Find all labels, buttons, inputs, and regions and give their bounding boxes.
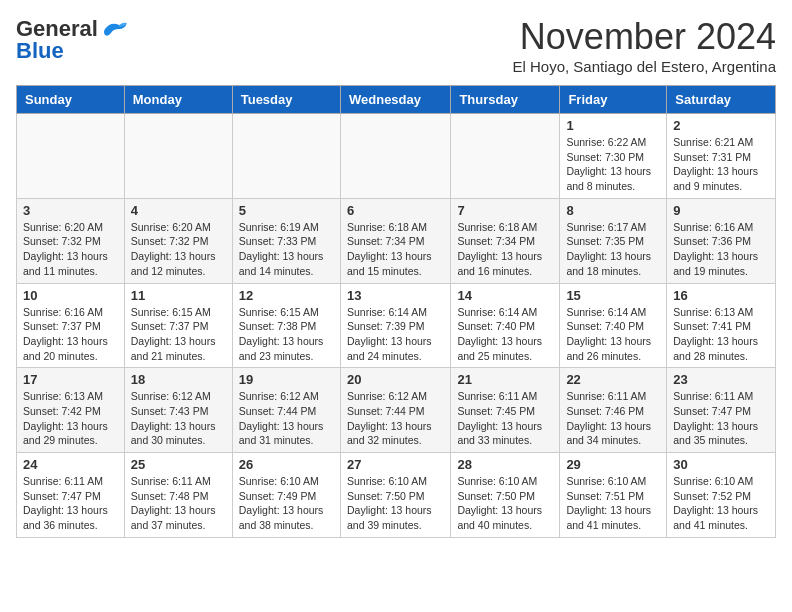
day-number: 30 [673, 457, 769, 472]
calendar-cell [124, 114, 232, 199]
day-number: 7 [457, 203, 553, 218]
day-number: 14 [457, 288, 553, 303]
calendar-cell [340, 114, 450, 199]
calendar-cell: 1Sunrise: 6:22 AM Sunset: 7:30 PM Daylig… [560, 114, 667, 199]
day-info: Sunrise: 6:14 AM Sunset: 7:40 PM Dayligh… [566, 305, 660, 364]
day-info: Sunrise: 6:11 AM Sunset: 7:47 PM Dayligh… [673, 389, 769, 448]
calendar-cell: 11Sunrise: 6:15 AM Sunset: 7:37 PM Dayli… [124, 283, 232, 368]
day-info: Sunrise: 6:20 AM Sunset: 7:32 PM Dayligh… [131, 220, 226, 279]
page-header: General Blue November 2024 El Hoyo, Sant… [16, 16, 776, 75]
calendar-cell: 16Sunrise: 6:13 AM Sunset: 7:41 PM Dayli… [667, 283, 776, 368]
calendar-cell [17, 114, 125, 199]
day-number: 15 [566, 288, 660, 303]
calendar-cell: 21Sunrise: 6:11 AM Sunset: 7:45 PM Dayli… [451, 368, 560, 453]
day-info: Sunrise: 6:15 AM Sunset: 7:37 PM Dayligh… [131, 305, 226, 364]
calendar-week-row: 3Sunrise: 6:20 AM Sunset: 7:32 PM Daylig… [17, 198, 776, 283]
month-title: November 2024 [513, 16, 777, 58]
weekday-header-sunday: Sunday [17, 86, 125, 114]
day-info: Sunrise: 6:21 AM Sunset: 7:31 PM Dayligh… [673, 135, 769, 194]
calendar-cell: 24Sunrise: 6:11 AM Sunset: 7:47 PM Dayli… [17, 453, 125, 538]
calendar-week-row: 1Sunrise: 6:22 AM Sunset: 7:30 PM Daylig… [17, 114, 776, 199]
calendar-week-row: 17Sunrise: 6:13 AM Sunset: 7:42 PM Dayli… [17, 368, 776, 453]
day-number: 12 [239, 288, 334, 303]
logo-bird-icon [101, 19, 129, 39]
calendar-cell: 17Sunrise: 6:13 AM Sunset: 7:42 PM Dayli… [17, 368, 125, 453]
day-info: Sunrise: 6:18 AM Sunset: 7:34 PM Dayligh… [457, 220, 553, 279]
calendar-cell: 29Sunrise: 6:10 AM Sunset: 7:51 PM Dayli… [560, 453, 667, 538]
day-info: Sunrise: 6:18 AM Sunset: 7:34 PM Dayligh… [347, 220, 444, 279]
logo: General Blue [16, 16, 129, 64]
calendar-cell: 28Sunrise: 6:10 AM Sunset: 7:50 PM Dayli… [451, 453, 560, 538]
title-block: November 2024 El Hoyo, Santiago del Este… [513, 16, 777, 75]
calendar-cell: 3Sunrise: 6:20 AM Sunset: 7:32 PM Daylig… [17, 198, 125, 283]
weekday-header-wednesday: Wednesday [340, 86, 450, 114]
day-number: 24 [23, 457, 118, 472]
calendar-cell: 27Sunrise: 6:10 AM Sunset: 7:50 PM Dayli… [340, 453, 450, 538]
day-info: Sunrise: 6:10 AM Sunset: 7:51 PM Dayligh… [566, 474, 660, 533]
calendar-cell: 8Sunrise: 6:17 AM Sunset: 7:35 PM Daylig… [560, 198, 667, 283]
calendar-cell: 20Sunrise: 6:12 AM Sunset: 7:44 PM Dayli… [340, 368, 450, 453]
calendar-table: SundayMondayTuesdayWednesdayThursdayFrid… [16, 85, 776, 538]
calendar-cell: 2Sunrise: 6:21 AM Sunset: 7:31 PM Daylig… [667, 114, 776, 199]
calendar-cell: 12Sunrise: 6:15 AM Sunset: 7:38 PM Dayli… [232, 283, 340, 368]
calendar-cell: 15Sunrise: 6:14 AM Sunset: 7:40 PM Dayli… [560, 283, 667, 368]
calendar-cell: 6Sunrise: 6:18 AM Sunset: 7:34 PM Daylig… [340, 198, 450, 283]
weekday-header-saturday: Saturday [667, 86, 776, 114]
day-number: 19 [239, 372, 334, 387]
day-info: Sunrise: 6:16 AM Sunset: 7:36 PM Dayligh… [673, 220, 769, 279]
calendar-cell [232, 114, 340, 199]
day-number: 10 [23, 288, 118, 303]
day-info: Sunrise: 6:10 AM Sunset: 7:50 PM Dayligh… [457, 474, 553, 533]
day-info: Sunrise: 6:11 AM Sunset: 7:48 PM Dayligh… [131, 474, 226, 533]
calendar-week-row: 24Sunrise: 6:11 AM Sunset: 7:47 PM Dayli… [17, 453, 776, 538]
calendar-cell: 10Sunrise: 6:16 AM Sunset: 7:37 PM Dayli… [17, 283, 125, 368]
day-number: 16 [673, 288, 769, 303]
day-info: Sunrise: 6:19 AM Sunset: 7:33 PM Dayligh… [239, 220, 334, 279]
day-number: 13 [347, 288, 444, 303]
day-number: 8 [566, 203, 660, 218]
weekday-header-row: SundayMondayTuesdayWednesdayThursdayFrid… [17, 86, 776, 114]
day-info: Sunrise: 6:16 AM Sunset: 7:37 PM Dayligh… [23, 305, 118, 364]
calendar-cell: 9Sunrise: 6:16 AM Sunset: 7:36 PM Daylig… [667, 198, 776, 283]
day-number: 20 [347, 372, 444, 387]
day-info: Sunrise: 6:14 AM Sunset: 7:40 PM Dayligh… [457, 305, 553, 364]
day-number: 26 [239, 457, 334, 472]
calendar-cell: 19Sunrise: 6:12 AM Sunset: 7:44 PM Dayli… [232, 368, 340, 453]
day-info: Sunrise: 6:12 AM Sunset: 7:44 PM Dayligh… [239, 389, 334, 448]
calendar-cell: 18Sunrise: 6:12 AM Sunset: 7:43 PM Dayli… [124, 368, 232, 453]
day-info: Sunrise: 6:15 AM Sunset: 7:38 PM Dayligh… [239, 305, 334, 364]
day-info: Sunrise: 6:12 AM Sunset: 7:43 PM Dayligh… [131, 389, 226, 448]
calendar-cell: 30Sunrise: 6:10 AM Sunset: 7:52 PM Dayli… [667, 453, 776, 538]
logo-blue: Blue [16, 38, 64, 64]
day-info: Sunrise: 6:10 AM Sunset: 7:49 PM Dayligh… [239, 474, 334, 533]
day-info: Sunrise: 6:20 AM Sunset: 7:32 PM Dayligh… [23, 220, 118, 279]
calendar-cell: 13Sunrise: 6:14 AM Sunset: 7:39 PM Dayli… [340, 283, 450, 368]
calendar-cell: 7Sunrise: 6:18 AM Sunset: 7:34 PM Daylig… [451, 198, 560, 283]
calendar-week-row: 10Sunrise: 6:16 AM Sunset: 7:37 PM Dayli… [17, 283, 776, 368]
day-number: 3 [23, 203, 118, 218]
day-info: Sunrise: 6:14 AM Sunset: 7:39 PM Dayligh… [347, 305, 444, 364]
calendar-cell: 4Sunrise: 6:20 AM Sunset: 7:32 PM Daylig… [124, 198, 232, 283]
day-number: 17 [23, 372, 118, 387]
day-info: Sunrise: 6:17 AM Sunset: 7:35 PM Dayligh… [566, 220, 660, 279]
day-info: Sunrise: 6:12 AM Sunset: 7:44 PM Dayligh… [347, 389, 444, 448]
day-info: Sunrise: 6:22 AM Sunset: 7:30 PM Dayligh… [566, 135, 660, 194]
day-number: 21 [457, 372, 553, 387]
day-number: 23 [673, 372, 769, 387]
weekday-header-tuesday: Tuesday [232, 86, 340, 114]
day-info: Sunrise: 6:13 AM Sunset: 7:41 PM Dayligh… [673, 305, 769, 364]
calendar-cell: 25Sunrise: 6:11 AM Sunset: 7:48 PM Dayli… [124, 453, 232, 538]
day-number: 1 [566, 118, 660, 133]
day-number: 9 [673, 203, 769, 218]
day-info: Sunrise: 6:10 AM Sunset: 7:50 PM Dayligh… [347, 474, 444, 533]
day-number: 18 [131, 372, 226, 387]
calendar-cell [451, 114, 560, 199]
calendar-cell: 5Sunrise: 6:19 AM Sunset: 7:33 PM Daylig… [232, 198, 340, 283]
weekday-header-friday: Friday [560, 86, 667, 114]
day-info: Sunrise: 6:13 AM Sunset: 7:42 PM Dayligh… [23, 389, 118, 448]
day-info: Sunrise: 6:10 AM Sunset: 7:52 PM Dayligh… [673, 474, 769, 533]
day-number: 4 [131, 203, 226, 218]
location-subtitle: El Hoyo, Santiago del Estero, Argentina [513, 58, 777, 75]
day-number: 22 [566, 372, 660, 387]
day-number: 5 [239, 203, 334, 218]
